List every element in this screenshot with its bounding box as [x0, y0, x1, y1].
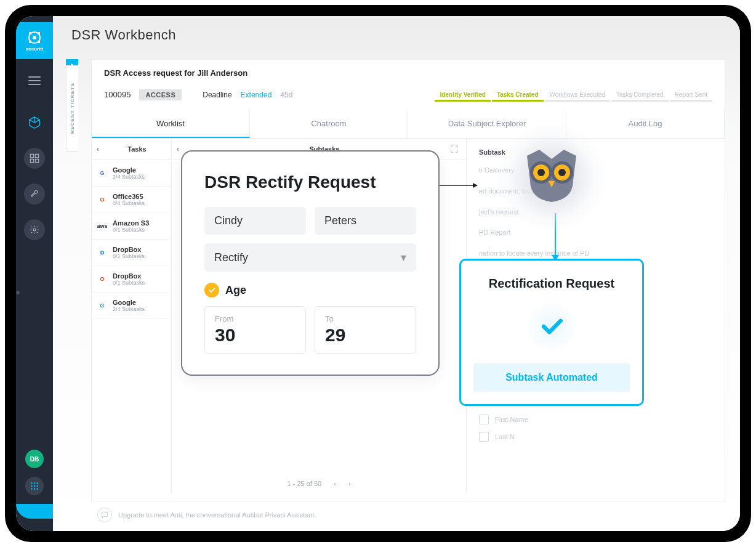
action-dropdown[interactable]: Rectify ▾: [204, 243, 416, 272]
svg-point-27: [558, 169, 566, 176]
nav-cube-icon[interactable]: [24, 112, 45, 133]
pagination-text: 1 - 25 of 50: [288, 480, 322, 487]
svg-point-18: [34, 488, 36, 490]
subtask-automated-button[interactable]: Subtask Automated: [473, 363, 630, 392]
check-circle-icon: [204, 283, 219, 298]
hamburger-icon[interactable]: [28, 74, 41, 87]
tab-chatroom[interactable]: Chatroom: [250, 110, 408, 138]
task-app-icon: D: [97, 247, 108, 258]
request-header: DSR Access request for Jill Anderson 100…: [92, 60, 725, 107]
from-value: 30: [215, 325, 296, 346]
task-name: DropBox: [113, 246, 145, 253]
svg-point-19: [36, 488, 38, 490]
task-app-icon: aws: [97, 221, 108, 232]
stage-tasks-created: Tasks Created: [492, 89, 544, 100]
pagination-next[interactable]: ›: [348, 480, 351, 487]
sidebar-accent-bar: [16, 504, 53, 519]
task-item[interactable]: G Google 2/4 Subtasks: [92, 293, 171, 319]
checkbox-row-lastname[interactable]: Last N: [479, 432, 712, 442]
nav-gear-icon[interactable]: [24, 219, 45, 240]
task-subtask-count: 0/4 Subtasks: [113, 200, 145, 206]
task-item[interactable]: aws Amazon S3 0/1 Subtasks: [92, 213, 171, 240]
deadline-value[interactable]: Extended: [241, 91, 272, 99]
left-sidebar: securiti DB: [16, 16, 53, 531]
task-item[interactable]: O Office365 0/4 Subtasks: [92, 187, 171, 213]
chat-bubble-icon[interactable]: [97, 508, 112, 522]
task-name: Google: [113, 166, 145, 174]
svg-point-13: [36, 482, 38, 484]
to-label: To: [325, 314, 406, 323]
task-subtask-count: 0/1 Subtasks: [113, 280, 145, 286]
deadline-label: Deadline: [203, 91, 231, 99]
svg-marker-21: [473, 183, 478, 188]
user-avatar[interactable]: DB: [25, 450, 44, 468]
stage-identity-verified: Identity Verified: [435, 89, 490, 100]
tabs-row: Worklist Chatroom Data Subject Explorer …: [92, 110, 725, 139]
rectify-request-modal: DSR Rectify Request Cindy Peters Rectify…: [181, 150, 440, 376]
task-app-icon: O: [97, 274, 108, 285]
chevron-down-icon: ▾: [401, 251, 406, 264]
success-check-icon: [527, 302, 576, 351]
tasks-column-label: Tasks: [108, 145, 166, 153]
pagination: 1 - 25 of 50 ‹ ›: [288, 480, 351, 487]
tasks-back-icon[interactable]: ‹: [97, 145, 108, 153]
task-name: Amazon S3: [113, 219, 149, 227]
apps-grid-icon[interactable]: [25, 477, 44, 495]
tasks-column: ‹ Tasks G Google 2/4 SubtasksO Office365…: [92, 139, 172, 493]
request-title: DSR Access request for Jill Anderson: [104, 68, 712, 78]
task-name: DropBox: [113, 272, 145, 280]
task-subtask-count: 2/4 Subtasks: [113, 306, 145, 312]
task-app-icon: G: [97, 300, 108, 311]
footer-prompt: Upgrade to meet Auti, the conversational…: [97, 508, 316, 522]
first-name-field[interactable]: Cindy: [204, 207, 306, 235]
svg-rect-2: [29, 32, 31, 34]
recent-tickets-tab[interactable]: RECENT TICKETS: [66, 65, 78, 152]
page-title: DSR Workbench: [53, 16, 740, 54]
svg-rect-5: [38, 41, 40, 43]
stage-track: Identity Verified Tasks Created Workflow…: [435, 89, 712, 100]
owl-icon: [518, 147, 585, 208]
svg-rect-9: [35, 159, 38, 162]
tab-worklist[interactable]: Worklist: [92, 110, 250, 138]
brand-text: securiti: [26, 46, 43, 52]
checkbox-row-firstname[interactable]: First Name: [479, 415, 712, 424]
deadline-days: 45d: [280, 91, 292, 99]
task-item[interactable]: G Google 2/4 Subtasks: [92, 160, 171, 187]
checkbox-icon[interactable]: [479, 432, 489, 442]
svg-point-12: [34, 482, 36, 484]
svg-point-16: [36, 485, 38, 487]
task-name: Google: [113, 299, 145, 306]
tasks-column-header: ‹ Tasks: [92, 139, 171, 160]
side-indicator-dot: [16, 291, 20, 294]
from-value-box[interactable]: From 30: [204, 306, 306, 354]
brand-logo[interactable]: securiti: [16, 22, 53, 59]
stage-tasks-completed: Tasks Completed: [611, 89, 669, 100]
pagination-prev[interactable]: ‹: [334, 480, 336, 487]
svg-point-10: [33, 229, 36, 231]
svg-point-26: [537, 169, 545, 176]
to-value-box[interactable]: To 29: [315, 306, 416, 354]
stage-workflows-executed: Workflows Executed: [545, 89, 610, 100]
checkbox-label-firstname: First Name: [495, 416, 528, 423]
svg-rect-8: [30, 159, 33, 162]
svg-point-14: [31, 485, 33, 487]
nav-dashboard-icon[interactable]: [24, 148, 45, 169]
task-item[interactable]: D DropBox 0/1 Subtasks: [92, 240, 171, 266]
nav-wrench-icon[interactable]: [24, 184, 45, 205]
rectification-card: Rectification Request Subtask Automated: [459, 259, 644, 406]
expand-icon[interactable]: [450, 145, 460, 155]
footer-text: Upgrade to meet Auti, the conversational…: [118, 511, 316, 519]
svg-rect-6: [30, 154, 33, 157]
task-item[interactable]: O DropBox 0/1 Subtasks: [92, 266, 171, 293]
svg-point-1: [33, 36, 36, 39]
owl-assistant: [496, 122, 607, 233]
rectification-card-title: Rectification Request: [473, 277, 630, 291]
age-attribute-label: Age: [225, 284, 246, 297]
checkbox-icon[interactable]: [479, 415, 489, 424]
task-app-icon: G: [97, 168, 108, 179]
from-label: From: [215, 314, 296, 323]
checkbox-label-lastname: Last N: [495, 433, 515, 440]
detail-text-5: nation to locate every instance of PD: [479, 248, 712, 260]
last-name-field[interactable]: Peters: [315, 207, 416, 235]
to-value: 29: [325, 325, 406, 346]
